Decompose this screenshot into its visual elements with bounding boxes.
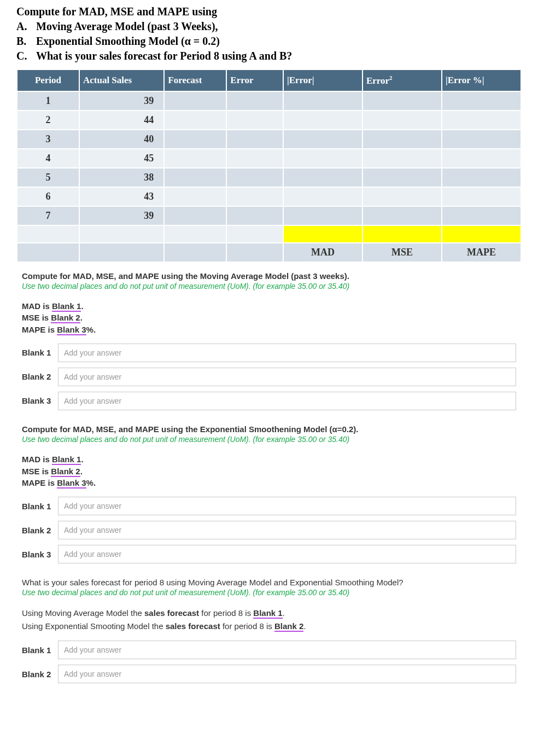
q2-heading: Compute for MAD, MSE, and MAPE using the… [22, 424, 516, 434]
footer-mse: MSE [362, 243, 442, 262]
table-row: 538 [17, 168, 521, 187]
blank-1-label: Blank 1 [22, 502, 54, 511]
table-row: 244 [17, 111, 521, 130]
th-abserror: |Error| [283, 69, 362, 91]
blank-link: Blank 3 [57, 478, 86, 489]
th-forecast: Forecast [164, 69, 226, 91]
blank-link: Blank 2 [51, 467, 80, 477]
blank-3-label: Blank 3 [22, 396, 54, 405]
q1-mad-statement: MAD is Blank 1. [22, 300, 516, 312]
table-row: 139 [17, 91, 521, 111]
answer-row: Blank 2 [22, 368, 516, 386]
yellow-cell [362, 225, 442, 243]
yellow-cell [442, 225, 521, 243]
question-2: Compute for MAD, MSE, and MAPE using the… [0, 416, 538, 563]
q3-es-statement: Using Exponential Smooting Model the sal… [22, 620, 516, 633]
blank-link: Blank 1 [52, 301, 81, 312]
question-header: Compute for MAD, MSE and MAPE using A.Mo… [0, 5, 538, 69]
q3-statements: Using Moving Average Model the sales for… [22, 607, 516, 633]
blank-3-label: Blank 3 [22, 550, 54, 559]
header-item-a: A.Moving Average Model (past 3 Weeks), [16, 19, 522, 34]
th-period: Period [17, 69, 79, 91]
q1-blank-3-input[interactable] [58, 392, 516, 410]
q2-blank-2-input[interactable] [58, 521, 516, 539]
q2-mad-statement: MAD is Blank 1. [22, 453, 516, 466]
blank-2-label: Blank 2 [22, 372, 54, 381]
table-row-blank [17, 225, 521, 243]
q1-subheading: Use two decimal places and do not put un… [22, 282, 516, 290]
table-header-row: Period Actual Sales Forecast Error |Erro… [17, 69, 521, 91]
q2-blank-1-input[interactable] [58, 497, 516, 515]
q2-subheading: Use two decimal places and do not put un… [22, 435, 516, 444]
answer-row: Blank 1 [22, 344, 516, 362]
header-list: A.Moving Average Model (past 3 Weeks), B… [16, 19, 522, 63]
blank-link: Blank 1 [253, 608, 282, 619]
answer-row: Blank 2 [22, 521, 516, 539]
footer-mape: MAPE [442, 243, 521, 262]
table-row: 340 [17, 130, 521, 149]
answer-row: Blank 1 [22, 497, 516, 515]
blank-2-label: Blank 2 [22, 526, 54, 535]
q1-mape-statement: MAPE is Blank 3%. [22, 324, 516, 336]
yellow-cell [283, 225, 362, 243]
table-row: 643 [17, 187, 521, 206]
table-row: 739 [17, 206, 521, 225]
q2-statements: MAD is Blank 1. MSE is Blank 2. MAPE is … [22, 453, 516, 489]
answer-row: Blank 3 [22, 545, 516, 563]
table-row: 445 [17, 149, 521, 168]
q3-blank-2-input[interactable] [58, 665, 516, 683]
th-errpct: |Error %| [442, 69, 521, 91]
q2-mape-statement: MAPE is Blank 3%. [22, 477, 516, 489]
blank-link: Blank 2 [51, 313, 80, 323]
blank-1-label: Blank 1 [22, 645, 54, 655]
th-error: Error [226, 69, 283, 91]
footer-mad: MAD [283, 243, 362, 262]
header-item-c: C.What is your sales forecast for Period… [16, 49, 522, 63]
th-errsq: Error2 [362, 69, 442, 91]
q3-subheading: Use two decimal places and do not put un… [22, 588, 516, 597]
question-3: What is your sales forecast for period 8… [0, 569, 538, 683]
blank-2-label: Blank 2 [22, 670, 54, 679]
blank-1-label: Blank 1 [22, 348, 54, 357]
header-title: Compute for MAD, MSE and MAPE using [16, 5, 522, 18]
answer-row: Blank 2 [22, 665, 516, 683]
th-actual: Actual Sales [79, 69, 164, 91]
data-table: Period Actual Sales Forecast Error |Erro… [16, 69, 522, 263]
q3-blank-1-input[interactable] [58, 641, 516, 659]
blank-link: Blank 1 [52, 455, 81, 465]
data-table-wrap: Period Actual Sales Forecast Error |Erro… [0, 69, 538, 263]
q1-statements: MAD is Blank 1. MSE is Blank 2. MAPE is … [22, 300, 516, 336]
q1-blank-1-input[interactable] [58, 344, 516, 362]
header-item-b: B.Exponential Smoothing Model (α = 0.2) [16, 34, 522, 49]
table-footer-row: MADMSEMAPE [17, 243, 521, 262]
q3-ma-statement: Using Moving Average Model the sales for… [22, 607, 516, 620]
blank-link: Blank 2 [274, 621, 303, 632]
q2-mse-statement: MSE is Blank 2. [22, 466, 516, 478]
q2-blank-3-input[interactable] [58, 545, 516, 563]
q3-heading: What is your sales forecast for period 8… [22, 578, 516, 587]
question-1: Compute for MAD, MSE, and MAPE using the… [0, 263, 538, 410]
answer-row: Blank 3 [22, 392, 516, 410]
answer-row: Blank 1 [22, 641, 516, 659]
q1-blank-2-input[interactable] [58, 368, 516, 386]
blank-link: Blank 3 [57, 325, 86, 335]
q1-heading: Compute for MAD, MSE, and MAPE using the… [22, 271, 516, 281]
q1-mse-statement: MSE is Blank 2. [22, 312, 516, 324]
